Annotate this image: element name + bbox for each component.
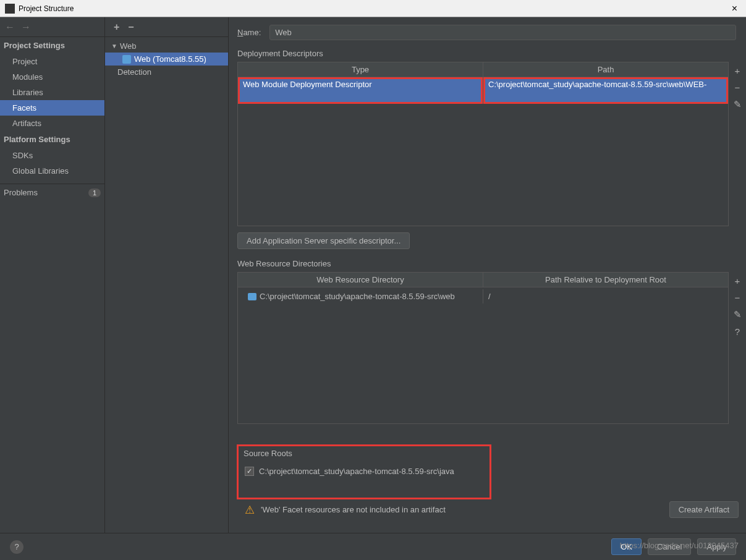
tree-item-web-root[interactable]: ▼ Web [105,40,228,53]
help-icon[interactable]: ? [10,540,23,554]
sidebar-item-facets[interactable]: Facets [0,100,104,116]
settings-sidebar: ← → Project Settings Project Modules Lib… [0,17,105,533]
wr-header-dir: Web Resource Directory [238,273,483,287]
problems-count-badge: 1 [88,189,101,197]
wr-header-rel: Path Relative to Deployment Root [483,273,728,287]
app-icon [5,4,15,14]
add-server-descriptor-button[interactable]: Add Application ServerServer specific de… [237,232,410,249]
nav-arrows: ← → [0,17,104,37]
nav-forward-icon[interactable]: → [21,22,31,33]
tree-item-web-tomcat[interactable]: Web (Tomcat8.5.55) [105,53,228,66]
dd-table-row[interactable]: Web Module Deployment Descriptor C:\proj… [238,77,728,104]
source-root-checkbox[interactable]: ✓ [245,467,254,476]
add-icon[interactable]: + [114,22,119,33]
wr-table-header: Web Resource Directory Path Relative to … [238,273,728,287]
source-root-path: C:\project\tomcat_study\apache-tomcat-8.… [259,467,454,476]
remove-icon[interactable]: − [735,82,740,93]
apply-button[interactable]: Apply [697,538,736,555]
wr-table-row[interactable]: C:\project\tomcat_study\apache-tomcat-8.… [238,287,728,305]
nav-back-icon[interactable]: ← [5,22,15,33]
window-titlebar: Project Structure × [0,0,746,17]
add-icon[interactable]: + [735,66,740,76]
sidebar-item-global-libraries[interactable]: Global Libraries [0,163,104,179]
sidebar-item-artifacts[interactable]: Artifacts [0,116,104,131]
close-icon[interactable]: × [728,3,741,14]
folder-icon [248,293,256,300]
window-title: Project Structure [19,4,728,13]
problems-label: Problems [4,188,38,197]
edit-icon[interactable]: ✎ [734,309,742,320]
facet-name-input[interactable] [269,25,736,40]
project-settings-header: Project Settings [0,37,104,54]
facets-tree-panel: + − ▼ Web Web (Tomcat8.5.55) Detection [105,17,229,533]
tree-item-label: Web [120,41,137,51]
create-artifact-button[interactable]: Create Artifact [669,501,739,518]
source-root-row[interactable]: ✓ C:\project\tomcat_study\apache-tomcat-… [245,467,483,476]
chevron-down-icon: ▼ [111,43,117,49]
remove-icon[interactable]: − [735,292,740,303]
help-icon[interactable]: ? [735,326,740,337]
wr-cell-rel: / [483,289,728,303]
ok-button[interactable]: OK [611,538,642,555]
dd-header-type: Type [238,62,483,77]
tree-item-label: Web (Tomcat8.5.55) [134,54,206,64]
sidebar-item-problems[interactable]: Problems 1 [0,184,104,201]
source-roots-label: Source Roots [237,445,491,458]
sidebar-item-project[interactable]: Project [0,54,104,69]
dd-side-buttons: + − ✎ [729,62,746,226]
dd-header-path: Path [483,62,728,77]
web-facet-icon [122,55,131,64]
web-resource-table: Web Resource Directory Path Relative to … [237,272,729,424]
platform-settings-header: Platform Settings [0,131,104,148]
name-label: Name: [237,28,261,37]
sidebar-item-modules[interactable]: Modules [0,69,104,85]
dd-cell-type: Web Module Deployment Descriptor [238,77,483,104]
wr-side-buttons: + − ✎ ? [729,272,746,424]
dd-cell-path: C:\project\tomcat_study\apache-tomcat-8.… [483,77,728,104]
add-icon[interactable]: + [735,276,740,286]
tree-item-detection[interactable]: Detection [105,66,228,78]
sidebar-item-libraries[interactable]: Libraries [0,85,104,100]
web-resource-directories-label: Web Resource Directories [237,259,746,268]
tree-toolbar: + − [105,17,228,37]
dialog-footer: ? OK Cancel Apply [0,533,746,560]
warning-icon: ⚠ [245,503,255,517]
cancel-button[interactable]: Cancel [648,538,691,555]
tree-item-label: Detection [117,67,151,77]
wr-cell-dir: C:\project\tomcat_study\apache-tomcat-8.… [260,292,455,301]
sidebar-item-sdks[interactable]: SDKs [0,148,104,163]
facet-content-panel: Name: Deployment Descriptors Type Path W… [229,17,746,533]
dd-table-header: Type Path [238,62,728,77]
edit-icon[interactable]: ✎ [734,99,742,110]
deployment-descriptors-label: Deployment Descriptors [237,49,746,58]
warning-text: 'Web' Facet resources are not included i… [261,505,446,514]
remove-icon[interactable]: − [128,22,134,33]
deployment-descriptors-table: Type Path Web Module Deployment Descript… [237,62,729,226]
